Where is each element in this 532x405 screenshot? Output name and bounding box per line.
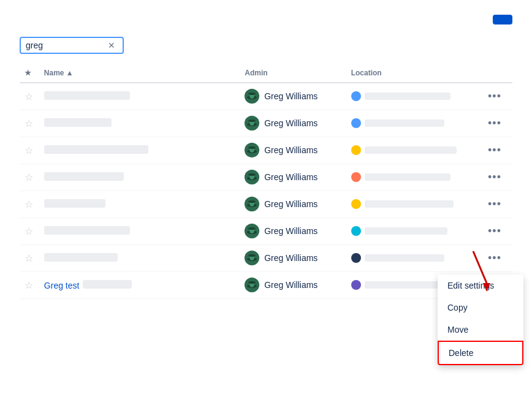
admin-cell-inner: Greg Williams [245, 143, 341, 157]
actions-menu-button[interactable]: ••• [484, 143, 505, 158]
col-header-location: Location [346, 64, 479, 83]
star-cell: ☆ [20, 83, 39, 110]
search-input-wrap: ✕ [20, 37, 124, 54]
admin-name: Greg Williams [264, 199, 317, 209]
svg-line-32 [473, 251, 487, 283]
admin-cell-inner: Greg Williams [245, 89, 341, 104]
admin-name: Greg Williams [264, 91, 317, 101]
actions-menu-button[interactable]: ••• [484, 116, 505, 131]
avatar [245, 170, 259, 184]
board-name-blurred [44, 145, 148, 154]
admin-cell: Greg Williams [240, 271, 346, 298]
actions-menu-button[interactable]: ••• [484, 170, 505, 185]
actions-cell: ••• [479, 110, 512, 137]
actions-cell: ••• [479, 218, 512, 244]
location-dot [351, 280, 361, 290]
context-menu-delete[interactable]: Delete [438, 341, 523, 365]
location-name-blurred [365, 254, 444, 262]
actions-menu-button[interactable]: ••• [484, 197, 505, 212]
location-cell [346, 191, 479, 218]
context-menu-copy[interactable]: Copy [438, 297, 523, 319]
location-name-blurred [365, 173, 450, 181]
star-icon[interactable]: ☆ [25, 253, 33, 263]
star-cell: ☆ [20, 244, 39, 271]
search-container: ✕ [20, 37, 512, 54]
location-cell [346, 83, 479, 110]
star-cell: ☆ [20, 191, 39, 218]
avatar [245, 89, 259, 104]
admin-cell-inner: Greg Williams [245, 197, 341, 211]
table-row: ☆ Greg Williams••• [20, 191, 512, 218]
star-header-icon: ★ [25, 69, 31, 77]
search-input[interactable] [26, 40, 105, 50]
red-arrow-indicator [461, 245, 498, 294]
admin-cell-inner: Greg Williams [245, 251, 341, 265]
board-name-blurred [44, 91, 130, 100]
location-cell [346, 164, 479, 191]
admin-name: Greg Williams [264, 280, 317, 290]
avatar [245, 116, 259, 131]
star-cell: ☆ [20, 218, 39, 244]
admin-cell: Greg Williams [240, 164, 346, 191]
location-dot [351, 226, 361, 236]
svg-point-19 [248, 200, 256, 203]
actions-menu-button[interactable]: ••• [484, 224, 505, 239]
page-container: ✕ ★ Name ▲ Admin Location ☆ Greg William… [0, 0, 532, 314]
location-cell [346, 137, 479, 164]
col-header-admin: Admin [240, 64, 346, 83]
board-name-blurred [44, 118, 112, 127]
admin-cell: Greg Williams [240, 191, 346, 218]
name-cell: Greg test [39, 271, 240, 298]
table-row: ☆ Greg Williams••• [20, 83, 512, 110]
actions-cell: ••• [479, 83, 512, 110]
search-clear-icon[interactable]: ✕ [108, 40, 115, 50]
avatar [245, 278, 259, 292]
actions-menu-button[interactable]: ••• [484, 89, 505, 104]
admin-cell: Greg Williams [240, 218, 346, 244]
admin-name: Greg Williams [264, 145, 317, 155]
avatar [245, 143, 259, 157]
location-dot [351, 145, 361, 155]
admin-cell-inner: Greg Williams [245, 224, 341, 238]
board-name-blurred [44, 199, 105, 208]
star-icon[interactable]: ☆ [25, 145, 33, 156]
create-board-button[interactable] [493, 15, 512, 25]
star-cell: ☆ [20, 271, 39, 298]
star-icon[interactable]: ☆ [25, 199, 33, 210]
context-menu-move[interactable]: Move [438, 319, 523, 341]
admin-cell: Greg Williams [240, 110, 346, 137]
admin-cell-inner: Greg Williams [245, 170, 341, 184]
location-name-blurred [365, 119, 444, 127]
table-row: ☆ Greg Williams••• [20, 244, 512, 271]
location-cell [346, 110, 479, 137]
admin-name: Greg Williams [264, 118, 317, 128]
star-icon[interactable]: ☆ [25, 118, 33, 129]
admin-cell: Greg Williams [240, 83, 346, 110]
star-icon[interactable]: ☆ [25, 91, 33, 102]
table-row: ☆ Greg Williams••• [20, 137, 512, 164]
svg-point-23 [248, 227, 256, 230]
location-dot [351, 172, 361, 182]
name-cell [39, 137, 240, 164]
name-cell [39, 110, 240, 137]
location-cell [346, 218, 479, 244]
star-icon[interactable]: ☆ [25, 172, 33, 183]
board-name-blurred [44, 253, 118, 262]
table-header: ★ Name ▲ Admin Location [20, 64, 512, 83]
avatar [245, 224, 259, 238]
page-header [20, 15, 512, 25]
star-cell: ☆ [20, 137, 39, 164]
col-header-actions [479, 64, 512, 83]
svg-point-3 [248, 93, 256, 95]
star-icon[interactable]: ☆ [25, 280, 33, 290]
name-cell [39, 244, 240, 271]
name-cell [39, 191, 240, 218]
col-header-name[interactable]: Name ▲ [39, 64, 240, 83]
location-name-blurred [365, 146, 457, 154]
star-icon[interactable]: ☆ [25, 226, 33, 237]
avatar [245, 197, 259, 211]
admin-name: Greg Williams [264, 226, 317, 236]
board-name-link[interactable]: Greg test [44, 281, 80, 290]
svg-point-31 [248, 281, 256, 284]
svg-point-7 [248, 119, 256, 122]
